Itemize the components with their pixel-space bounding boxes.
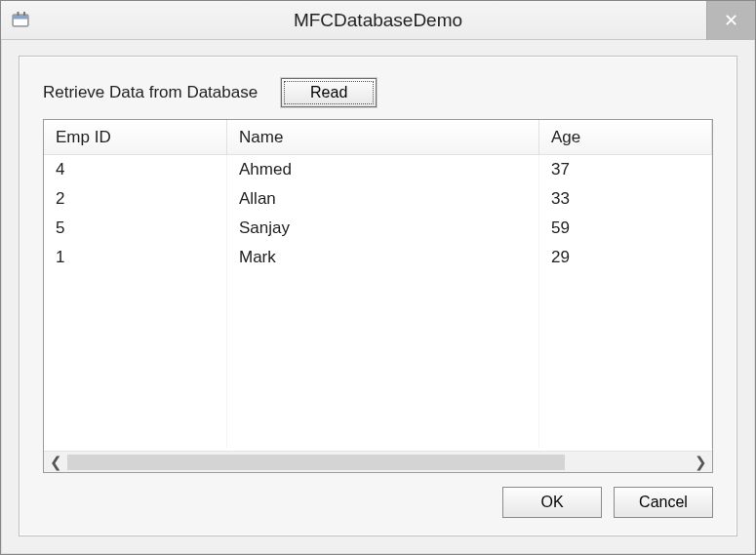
titlebar[interactable]: MFCDatabaseDemo ✕ (1, 1, 755, 40)
client-outer: Retrieve Data from Database Read Emp ID … (1, 40, 755, 554)
cancel-button[interactable]: Cancel (614, 487, 713, 518)
scroll-right-arrow-icon[interactable]: ❯ (691, 454, 710, 471)
cell-name: Ahmed (227, 155, 539, 184)
column-header-name[interactable]: Name (227, 120, 539, 154)
window-title: MFCDatabaseDemo (1, 10, 755, 31)
close-button[interactable]: ✕ (706, 1, 755, 40)
svg-rect-2 (14, 20, 27, 25)
read-button[interactable]: Read (281, 78, 377, 107)
horizontal-scrollbar[interactable]: ❮ ❯ (44, 451, 712, 472)
scrollbar-track[interactable] (67, 455, 689, 470)
cell-age: 33 (539, 184, 712, 214)
prompt-label: Retrieve Data from Database (43, 83, 258, 102)
cell-name: Mark (227, 243, 539, 272)
window-frame: MFCDatabaseDemo ✕ Retrieve Data from Dat… (0, 0, 756, 555)
cell-age: 29 (539, 243, 712, 272)
dialog-body: Retrieve Data from Database Read Emp ID … (19, 56, 737, 536)
listview-body[interactable]: 4Ahmed372Allan335Sanjay591Mark29 (44, 155, 712, 451)
svg-rect-4 (23, 12, 25, 16)
table-row[interactable]: 1Mark29 (44, 243, 712, 272)
table-row[interactable]: 4Ahmed37 (44, 155, 712, 184)
cell-empid: 5 (44, 214, 227, 243)
column-header-age[interactable]: Age (539, 120, 712, 154)
listview-header[interactable]: Emp ID Name Age (44, 120, 712, 155)
cell-name: Sanjay (227, 214, 539, 243)
svg-rect-1 (14, 16, 27, 19)
cell-empid: 4 (44, 155, 227, 184)
close-icon: ✕ (724, 10, 738, 31)
top-row: Retrieve Data from Database Read (43, 78, 713, 107)
cell-name: Allan (227, 184, 539, 214)
ok-button[interactable]: OK (502, 487, 602, 518)
application-icon (11, 10, 32, 31)
listview[interactable]: Emp ID Name Age 4Ahmed372Allan335Sanjay5… (43, 119, 713, 473)
button-row: OK Cancel (43, 487, 713, 518)
scrollbar-thumb[interactable] (67, 455, 565, 470)
table-row[interactable]: 5Sanjay59 (44, 214, 712, 243)
cell-age: 37 (539, 155, 712, 184)
svg-rect-3 (18, 12, 20, 16)
column-header-empid[interactable]: Emp ID (44, 120, 227, 154)
scroll-left-arrow-icon[interactable]: ❮ (46, 454, 65, 471)
cell-age: 59 (539, 214, 712, 243)
cell-empid: 2 (44, 184, 227, 214)
cell-empid: 1 (44, 243, 227, 272)
table-row[interactable]: 2Allan33 (44, 184, 712, 214)
